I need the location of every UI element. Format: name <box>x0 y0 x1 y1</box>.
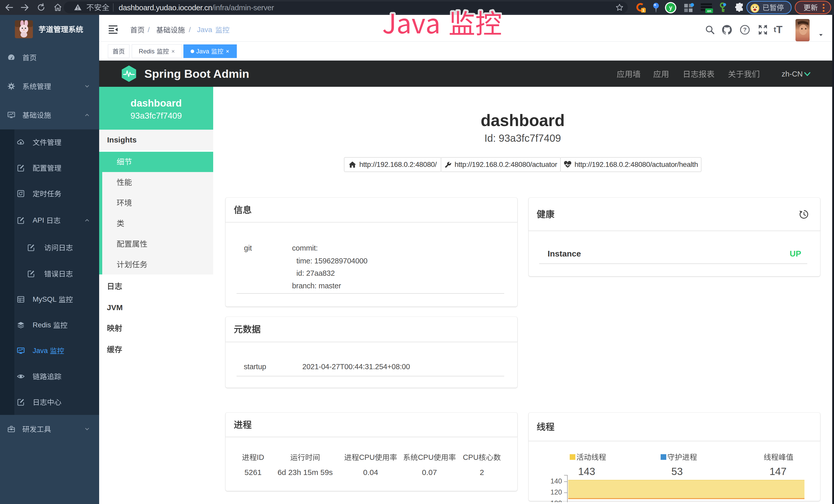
svg-text:y: y <box>669 4 673 11</box>
svg-text:on: on <box>707 9 711 13</box>
svg-text:?: ? <box>743 26 746 33</box>
svg-text:1: 1 <box>642 8 644 12</box>
